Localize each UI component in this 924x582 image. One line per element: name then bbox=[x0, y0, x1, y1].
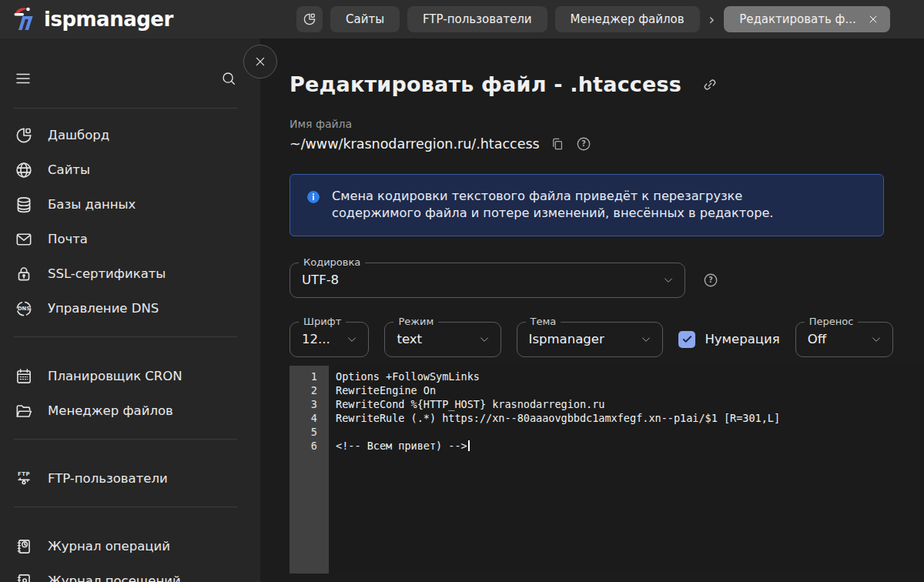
search-icon[interactable] bbox=[220, 70, 237, 87]
sidebar-item[interactable]: Базы данных bbox=[0, 187, 260, 222]
sidebar-item-label: Журнал операций bbox=[48, 539, 170, 554]
theme-select[interactable]: Тема Ispmanager bbox=[517, 322, 664, 357]
font-size-select-label: Шрифт bbox=[299, 316, 346, 327]
title-row: Редактировать файл - .htaccess bbox=[290, 72, 924, 96]
wrap-select-label: Перенос bbox=[805, 316, 859, 327]
code-editor[interactable]: 123456 Options +FollowSymLinksRewriteEng… bbox=[290, 366, 924, 574]
line-number: 4 bbox=[290, 411, 317, 425]
sidebar-item-label: SSL-сертификаты bbox=[48, 266, 166, 281]
line-number: 2 bbox=[290, 383, 317, 397]
database-icon bbox=[14, 195, 34, 215]
sidebar-divider bbox=[14, 439, 237, 440]
tab-label: Менеджер файлов bbox=[571, 12, 685, 26]
sidebar-item[interactable]: Дашборд bbox=[0, 118, 260, 152]
editor-gutter: 123456 bbox=[290, 366, 329, 574]
svg-text:?: ? bbox=[708, 276, 713, 284]
sidebar-item[interactable]: FTPFTP-пользователи bbox=[0, 461, 260, 496]
tab-label: Сайты bbox=[346, 12, 384, 26]
tab-3[interactable]: Редактировать ф... bbox=[724, 6, 890, 32]
code-line[interactable] bbox=[336, 425, 924, 439]
tab-0[interactable]: Сайты bbox=[330, 6, 400, 32]
breadcrumb-chevron: › bbox=[708, 12, 717, 27]
sidebar-item[interactable]: Сайты bbox=[0, 152, 260, 187]
chevron-down-icon bbox=[346, 333, 358, 346]
sidebar-item[interactable]: Почта bbox=[0, 222, 260, 256]
journal-operations-icon bbox=[14, 537, 34, 557]
app-logo[interactable]: ispmanager bbox=[0, 5, 296, 33]
editor-code-area[interactable]: Options +FollowSymLinksRewriteEngine OnR… bbox=[329, 366, 924, 574]
globe-icon bbox=[14, 160, 34, 180]
copy-icon[interactable] bbox=[550, 136, 565, 152]
info-banner: Смена кодировки текстового файла приведё… bbox=[290, 174, 884, 236]
menu-hamburger-icon[interactable] bbox=[14, 69, 32, 88]
sidebar-item-label: Почта bbox=[48, 232, 88, 246]
encoding-select-value: UTF-8 bbox=[302, 273, 656, 287]
encoding-select-label: Кодировка bbox=[299, 256, 365, 268]
sidebar-group-1: Планировщик CRONМенеджер файлов bbox=[0, 348, 260, 428]
help-icon[interactable]: ? bbox=[575, 135, 592, 152]
pie-chart-icon bbox=[302, 12, 317, 27]
code-line[interactable]: <!-- Всем привет) --> bbox=[336, 439, 924, 453]
sidebar-item[interactable]: Планировщик CRON bbox=[0, 359, 260, 393]
line-number: 1 bbox=[290, 370, 317, 383]
sidebar-divider bbox=[14, 507, 237, 507]
sidebar-group-0: ДашбордСайтыБазы данныхПочтаSSL-сертифик… bbox=[0, 109, 260, 326]
page-title: Редактировать файл - .htaccess bbox=[290, 72, 681, 96]
code-line[interactable]: RewriteRule (.*) https://xn--80aaaovgbbd… bbox=[336, 411, 924, 425]
dashboard-tab-button[interactable] bbox=[296, 6, 323, 32]
tab-1[interactable]: FTP-пользователи bbox=[407, 6, 547, 32]
code-line[interactable]: Options +FollowSymLinks bbox=[336, 370, 924, 383]
folder-icon bbox=[14, 401, 34, 421]
sidebar-item[interactable]: SSL-сертификаты bbox=[0, 256, 260, 291]
sidebar: ДашбордСайтыБазы данныхПочтаSSL-сертифик… bbox=[0, 38, 260, 582]
mode-select[interactable]: Режим text bbox=[384, 322, 500, 357]
info-banner-text: Смена кодировки текстового файла приведё… bbox=[332, 188, 813, 222]
file-name-value: ~/www/krasnodarregion.ru/.htaccess bbox=[290, 136, 540, 152]
ispmanager-logo-icon bbox=[12, 5, 38, 33]
sidebar-item-label: Сайты bbox=[48, 162, 90, 177]
line-number: 6 bbox=[290, 439, 317, 453]
sidebar-item-label: Менеджер файлов bbox=[48, 403, 173, 418]
tab-bar: СайтыFTP-пользователиМенеджер файлов›Ред… bbox=[296, 6, 890, 32]
ftp-icon: FTP bbox=[14, 469, 34, 489]
mail-icon bbox=[14, 229, 34, 249]
tab-close-icon[interactable] bbox=[867, 13, 879, 25]
encoding-row: Кодировка UTF-8 ? bbox=[290, 263, 924, 298]
close-panel-button[interactable] bbox=[243, 45, 277, 79]
file-name-label: Имя файла bbox=[290, 118, 924, 130]
chevron-down-icon bbox=[640, 333, 652, 346]
dashboard-icon bbox=[14, 125, 34, 146]
help-icon[interactable]: ? bbox=[702, 272, 719, 289]
text-caret bbox=[468, 440, 470, 451]
numbering-checkbox[interactable] bbox=[678, 331, 695, 348]
sidebar-item-label: Планировщик CRON bbox=[48, 369, 182, 383]
link-icon[interactable] bbox=[701, 76, 718, 93]
mode-select-label: Режим bbox=[393, 316, 438, 327]
sidebar-item-label: Управление DNS bbox=[48, 301, 159, 316]
app-logo-text: ispmanager bbox=[44, 8, 173, 31]
ssl-lock-icon bbox=[14, 264, 34, 284]
line-number: 3 bbox=[290, 397, 317, 411]
sidebar-item[interactable]: DNSУправление DNS bbox=[0, 291, 260, 326]
svg-text:FTP: FTP bbox=[18, 471, 30, 477]
sidebar-item[interactable]: Менеджер файлов bbox=[0, 393, 260, 428]
sidebar-item[interactable]: Журнал операций bbox=[0, 529, 260, 564]
mode-select-value: text bbox=[397, 332, 471, 346]
numbering-checkbox-group[interactable]: Нумерация bbox=[678, 331, 779, 348]
wrap-select[interactable]: Перенос Off bbox=[795, 322, 893, 357]
tab-2[interactable]: Менеджер файлов bbox=[555, 6, 700, 32]
sidebar-divider bbox=[14, 336, 237, 337]
encoding-select[interactable]: Кодировка UTF-8 bbox=[290, 263, 685, 298]
close-icon bbox=[253, 54, 268, 69]
sidebar-header bbox=[14, 69, 237, 88]
code-line[interactable]: RewriteEngine On bbox=[336, 383, 924, 397]
svg-text:?: ? bbox=[581, 139, 586, 148]
chevron-down-icon bbox=[478, 333, 490, 346]
numbering-checkbox-label: Нумерация bbox=[705, 332, 779, 346]
code-line[interactable]: RewriteCond %{HTTP_HOST} krasnodarregion… bbox=[336, 397, 924, 411]
font-size-select[interactable]: Шрифт 12... bbox=[290, 322, 369, 357]
tab-label: Редактировать ф... bbox=[739, 12, 856, 26]
sidebar-group-3: Журнал операцийЖурнал посещений bbox=[0, 518, 260, 582]
sidebar-item[interactable]: Журнал посещений bbox=[0, 564, 260, 582]
font-size-select-value: 12... bbox=[302, 332, 340, 346]
